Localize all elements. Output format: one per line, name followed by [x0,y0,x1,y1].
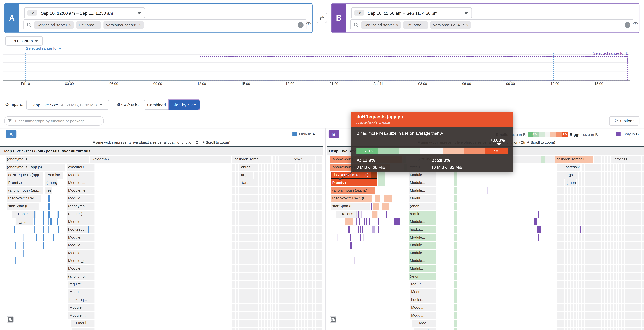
flame-frame[interactable]: (anonymous) [6,156,90,163]
flame-frame[interactable]: Modul... [71,320,95,327]
frame-menu-button[interactable]: ⋮ [371,172,377,178]
flame-frame[interactable]: process... [613,156,640,163]
flame-frame[interactable]: Module... [409,172,436,179]
flame-frame[interactable]: resolveWithTrac... [7,195,41,202]
flame-frame[interactable]: Modul... [410,304,437,311]
filter-tag[interactable]: Service:ad-server× [34,21,74,28]
flame-frame[interactable]: (anonymo... [67,273,95,280]
flame-frame[interactable]: Promise [331,179,377,186]
flame-frame[interactable]: Tracer.s... [336,211,360,218]
flame-frame[interactable]: Module... [409,242,436,249]
remove-tag-icon[interactable]: × [69,23,72,27]
compare-metric-dropdown[interactable]: Heap Live Size A: 68 MiB, B: 82 MiB [26,100,109,110]
flame-frame[interactable]: (anonymo... [67,203,95,210]
flame-frame[interactable]: Module... [409,218,436,225]
flame-frame[interactable]: arg... [240,172,254,179]
flame-frame[interactable]: Module.r... [67,234,95,241]
flame-frame[interactable]: Modul... [410,312,437,319]
remove-tag-icon[interactable]: × [396,23,398,27]
flame-frame[interactable]: Module._... [67,242,95,249]
flamegraph-filter[interactable] [4,116,104,126]
flame-frame[interactable]: (anon... [409,273,436,280]
flame-frame[interactable]: Module._e... [67,258,95,264]
search-input-b[interactable]: Service:ad-server× Env:prod× Version:c16… [350,19,633,30]
flame-frame[interactable]: requir... [410,281,437,288]
flame-frame[interactable]: Modul... [410,289,437,296]
flame-frame[interactable]: Modul... [409,195,436,202]
flame-frame[interactable] [384,195,393,202]
code-view-icon[interactable]: </> [633,21,638,25]
flame-frame[interactable]: Mod... [412,320,437,327]
remove-tag-icon[interactable]: × [96,23,98,27]
flame-frame[interactable]: startSpan (i... [331,203,370,210]
filter-tag[interactable]: Version:c16d8417× [430,21,471,28]
filter-tag[interactable]: Version:e8caea92× [104,21,144,28]
flame-root-bar-a[interactable] [0,146,323,147]
expand-panel-button-a[interactable]: › [7,316,14,323]
remove-tag-icon[interactable]: × [424,23,426,27]
options-button[interactable]: ⚙ Options [609,116,640,126]
flame-frame[interactable]: (external) [92,156,232,163]
flame-frame[interactable]: Module.r... [68,289,95,296]
flame-frame[interactable]: Module.l... [67,179,95,186]
flame-frame[interactable]: resolveWithTrace (i... [331,195,372,202]
flame-frame[interactable]: Module._... [67,265,95,272]
flame-frame[interactable]: callbackTramp... [233,156,272,163]
flame-frame[interactable]: executeU... [67,164,95,171]
filter-tag[interactable]: Service:ad-server× [361,21,401,28]
flame-frame[interactable]: Promise [7,179,43,186]
flame-frame[interactable] [541,156,546,163]
filter-tag[interactable]: Env:prod× [403,21,428,28]
time-range-selector-a[interactable]: 1d Sep 10, 12:00 am – Sep 11, 11:50 am [24,7,145,18]
flame-frame[interactable]: Tracer... [12,211,36,218]
flame-frame[interactable]: _sta... [16,218,34,225]
metric-dropdown[interactable]: CPU - Cores [5,36,42,45]
flame-frame[interactable]: startSpan (i... [7,203,39,210]
search-input-a[interactable]: Service:ad-server× Env:prod× Version:e8c… [24,19,306,30]
flame-frame[interactable]: (anon... [409,203,436,210]
flame-frame[interactable]: Module._... [68,312,95,319]
side-by-side-button[interactable]: Side-by-Side [169,100,200,110]
clear-search-icon[interactable]: × [625,22,630,28]
flame-frame[interactable]: Module... [409,179,436,186]
flame-frame[interactable]: Module.r... [68,304,95,311]
flame-frame[interactable]: Promise [45,172,64,179]
flame-frame[interactable]: require ... [68,281,95,288]
flame-root-row-a[interactable]: Heap Live Size: 68 MiB per 60s, over all… [0,147,323,155]
flame-frame[interactable]: res... [45,187,52,194]
flame-frame[interactable]: (anonymous) (app... [7,187,43,194]
flame-frame[interactable]: hook.r... [409,226,436,233]
flame-frame[interactable]: args... [564,172,578,179]
expand-panel-button-b[interactable]: › [330,316,336,323]
flame-frame[interactable]: Module._e... [67,187,95,194]
flame-frame[interactable]: requir... [409,211,436,218]
flame-frame[interactable]: Module.l... [67,250,95,257]
flame-frame[interactable]: (anon... [565,179,577,186]
flame-frame[interactable]: require (... [67,211,95,218]
remove-tag-icon[interactable]: × [466,23,468,27]
flame-frame[interactable]: (an... [241,179,252,186]
flame-frame[interactable] [382,203,389,210]
flame-frame[interactable]: (anonymous) (app.js) [6,164,66,171]
flame-frame[interactable]: proce... [292,156,316,163]
flame-frame[interactable]: callbackTrampoli... [555,156,594,163]
code-view-icon[interactable]: </> [306,21,312,25]
flame-frame[interactable]: onres... [240,164,256,171]
flame-frame[interactable]: Module._... [67,172,95,179]
flame-frame[interactable]: Module... [409,187,436,194]
flame-frame[interactable]: doNRequests (app.js)⋮ [331,172,377,179]
flame-frame[interactable]: hook.requ... [67,226,95,233]
flame-frame[interactable]: Module._... [67,195,95,202]
flame-frame[interactable]: Mod [414,328,436,330]
flame-frame[interactable]: Module.r... [67,218,95,225]
time-range-selector-b[interactable]: 1d Sep 10, 11:50 am – Sep 11, 4:56 pm [351,7,472,18]
flame-frame[interactable]: Module... [409,258,436,264]
remove-tag-icon[interactable]: × [139,23,142,27]
flame-frame[interactable]: hook.r... [410,297,437,304]
flame-frame[interactable] [378,179,385,186]
clear-search-icon[interactable]: × [298,22,304,28]
flame-frame[interactable]: (anony... [45,179,58,186]
flame-frame[interactable] [374,195,380,202]
swap-ab-button[interactable]: ⇄ [317,13,327,23]
flame-frame[interactable]: hook.req... [68,297,95,304]
